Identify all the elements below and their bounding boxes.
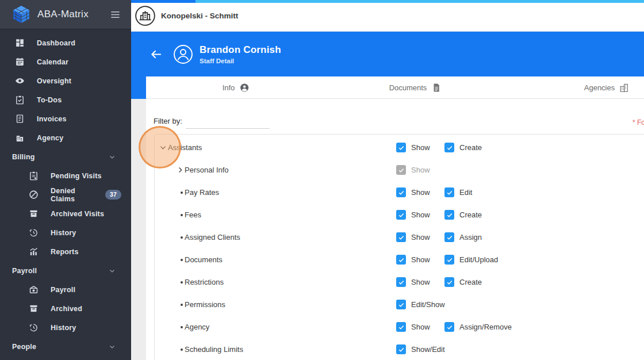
permission-row: Permissions Edit/Show (155, 293, 644, 316)
person-circle-icon (239, 83, 249, 93)
filter-by-label: Filter by: (154, 117, 182, 125)
checkbox-label: Show (411, 255, 430, 264)
sidebar-section-payroll[interactable]: Payroll (0, 261, 131, 280)
permission-check: Create (444, 210, 493, 220)
sidebar-item-label: Invoices (37, 115, 67, 123)
checkbox[interactable] (396, 277, 406, 287)
permission-row: Documents Show Edit/Upload (155, 248, 644, 271)
checkbox-label: Edit (459, 188, 472, 197)
sidebar-item-label: Agency (37, 134, 63, 142)
tab-info[interactable]: Info (223, 76, 250, 98)
sidebar-item-label: History (51, 324, 76, 332)
sidebar-item-oversight[interactable]: Oversight (0, 71, 131, 90)
permission-check: Show (396, 187, 444, 197)
filter-input[interactable] (186, 116, 270, 129)
checkbox-label: Show (411, 188, 430, 197)
bullet-icon (175, 214, 185, 216)
sidebar-item-payroll[interactable]: Payroll (0, 280, 131, 299)
bullet-icon (175, 281, 185, 284)
sidebar-item-reports[interactable]: Reports (0, 242, 131, 261)
sidebar-item-denied-claims[interactable]: Denied Claims 37 (0, 185, 131, 204)
permission-check: Create (444, 277, 493, 287)
sidebar-item-payroll-history[interactable]: History (0, 318, 131, 337)
permission-check: Assign (444, 232, 493, 242)
checkbox[interactable] (444, 232, 454, 242)
sidebar-item-label: Payroll (51, 286, 75, 294)
permission-check: Edit (444, 187, 493, 197)
sidebar-item-agency[interactable]: Agency (0, 128, 131, 147)
sidebar-section-people[interactable]: People (0, 337, 131, 356)
checkbox[interactable] (444, 255, 454, 265)
tab-documents[interactable]: Documents (389, 76, 442, 98)
chevron-right-icon[interactable] (175, 166, 185, 174)
checkbox[interactable] (444, 322, 454, 332)
permission-label: Pay Rates (185, 188, 219, 197)
building-icon (15, 133, 25, 143)
checkbox[interactable] (444, 277, 454, 287)
permission-check: Edit/Upload (444, 255, 493, 265)
checkbox[interactable] (396, 344, 406, 354)
tab-label: Agencies (584, 83, 615, 92)
sidebar-item-todos[interactable]: To-Dos (0, 90, 131, 109)
checkbox[interactable] (396, 232, 406, 242)
checkbox[interactable] (396, 300, 406, 309)
checkbox[interactable] (396, 210, 406, 220)
sidebar-item-invoices[interactable]: Invoices (0, 109, 131, 128)
chart-icon (29, 247, 39, 256)
tab-label: Info (223, 83, 235, 92)
sidebar-item-billing-history[interactable]: History (0, 223, 131, 242)
checkbox[interactable] (396, 322, 406, 332)
progress-bar-primary (131, 0, 195, 3)
permission-check: Edit/Show (396, 300, 444, 309)
permission-row: Assistants Show Create (155, 136, 644, 159)
sidebar-item-calendar[interactable]: Calendar (0, 52, 131, 71)
checkbox[interactable] (396, 143, 406, 152)
hamburger-menu-icon[interactable] (110, 9, 121, 20)
checkbox[interactable] (444, 210, 454, 220)
sidebar-item-label: Denied Claims (51, 187, 93, 203)
checkbox[interactable] (396, 187, 406, 197)
sidebar-item-payroll-archived[interactable]: Archived (0, 299, 131, 318)
permission-check: Show (396, 165, 444, 175)
sidebar-item-label: Archived (51, 305, 82, 313)
sidebar-item-dashboard[interactable]: Dashboard (0, 33, 131, 52)
bullet-icon (175, 348, 185, 351)
permission-label: Documents (185, 255, 223, 264)
progress-bar-secondary (195, 0, 644, 3)
sidebar-item-pending-visits[interactable]: Pending Visits (0, 166, 131, 185)
sidebar-section-label: Payroll (12, 267, 37, 275)
back-arrow-icon[interactable] (150, 48, 163, 61)
permission-label: Assigned Clients (185, 233, 240, 242)
staff-detail-header: Brandon Cornish Staff Detail (131, 32, 644, 76)
permissions-card: Assistants Show Create Personal Info Sho… (154, 134, 644, 360)
permission-label: Assistants (168, 143, 202, 152)
chevron-down-icon (109, 267, 116, 274)
checkbox[interactable] (396, 255, 406, 265)
permission-label: Personal Info (185, 166, 229, 174)
sidebar-item-label: Oversight (37, 77, 71, 85)
chevron-down-icon[interactable] (158, 143, 167, 152)
checkbox[interactable] (444, 187, 454, 197)
sidebar-item-clients[interactable]: Clients (0, 356, 131, 360)
topbar: Konopelski - Schmitt (131, 0, 644, 32)
tab-agencies[interactable]: Agencies (584, 76, 629, 98)
denied-icon (29, 190, 39, 200)
permission-row: Pay Rates Show Edit (155, 181, 644, 204)
checkbox-label: Edit/Show (411, 300, 445, 309)
calendar-icon (15, 57, 25, 67)
permission-check: Show (396, 277, 444, 287)
dashboard-icon (15, 38, 25, 48)
permission-row: Personal Info Show (155, 159, 644, 181)
permission-label: Scheduling Limits (185, 345, 243, 354)
permission-check: Show (396, 255, 444, 265)
checkbox-label: Edit/Upload (459, 255, 498, 264)
permission-label: Agency (185, 323, 209, 331)
sidebar-section-billing[interactable]: Billing (0, 147, 131, 166)
checkbox-label: Show (411, 210, 430, 219)
bullet-icon (175, 259, 185, 261)
sidebar-item-archived-visits[interactable]: Archived Visits (0, 204, 131, 223)
bullet-icon (175, 326, 185, 328)
tab-label: Documents (389, 83, 427, 92)
permission-row: Agency Show Assign/Remove (155, 316, 644, 338)
checkbox[interactable] (444, 143, 454, 152)
